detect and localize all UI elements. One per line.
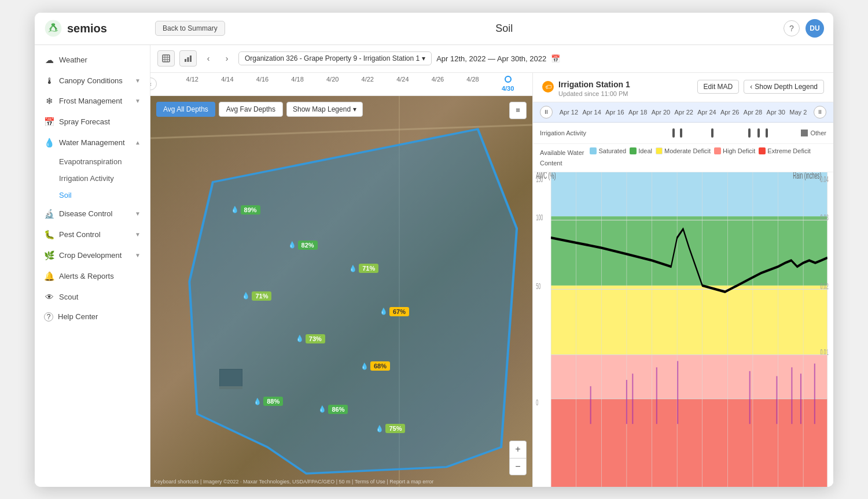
svg-text:100: 100 bbox=[536, 212, 543, 222]
timeline-circle bbox=[505, 76, 512, 83]
timeline-dates: 4/12 4/14 4/16 4/18 4/20 4/22 4/24 4/26 … bbox=[163, 76, 525, 92]
legend-dot-extreme bbox=[759, 147, 766, 154]
svg-rect-38 bbox=[590, 386, 591, 423]
avatar[interactable]: DU bbox=[806, 19, 824, 38]
topbar: semios Back to Summary Soil ? DU bbox=[35, 13, 833, 45]
irr-bar bbox=[672, 128, 675, 138]
sidebar-item-soil[interactable]: Soil bbox=[59, 187, 150, 204]
svg-text:150: 150 bbox=[536, 174, 543, 184]
chevron-left-icon: ‹ bbox=[750, 83, 752, 91]
show-map-legend-button[interactable]: Show Map Legend ▾ bbox=[286, 102, 363, 117]
svg-rect-47 bbox=[814, 363, 815, 423]
sidebar-item-label: Water Management bbox=[59, 138, 130, 147]
awc-legend-title: Available WaterContent bbox=[540, 147, 584, 168]
map-view-button[interactable] bbox=[157, 50, 175, 66]
pause-button-right[interactable]: ⏸ bbox=[814, 106, 826, 119]
svg-rect-3 bbox=[185, 59, 186, 62]
station-updated: Updated since 11:00 PM bbox=[558, 90, 630, 97]
station-info: 🏷 Irrigation Station 1 Updated since 11:… bbox=[542, 80, 630, 97]
pest-icon: 🐛 bbox=[44, 230, 54, 240]
sensor-badge-5: 💧 67% bbox=[380, 307, 409, 316]
legend-label: Moderate Deficit bbox=[664, 147, 711, 154]
sensor-value: 82% bbox=[298, 241, 318, 250]
avg-all-depths-tab[interactable]: Avg All Depths bbox=[156, 102, 215, 117]
map-panel: ‹ 4/12 4/14 4/16 4/18 4/20 4/22 4/24 4/2… bbox=[150, 73, 532, 487]
disease-icon: 🔬 bbox=[44, 209, 54, 219]
zoom-in-button[interactable]: + bbox=[509, 441, 527, 458]
drop-icon: 💧 bbox=[231, 206, 239, 213]
chart-timeline: ⏸ Apr 12 Apr 14 Apr 16 Apr 18 Apr 20 Apr… bbox=[533, 102, 833, 123]
drop-icon: 💧 bbox=[253, 398, 262, 405]
svg-rect-46 bbox=[800, 374, 801, 424]
sensor-badge-7: 💧 68% bbox=[361, 361, 390, 371]
chart-date: Apr 22 bbox=[675, 109, 693, 116]
location-text: Organization 326 - Grape Property 9 - Ir… bbox=[245, 54, 420, 62]
help-icon: ? bbox=[44, 312, 53, 321]
calendar-icon[interactable]: 📅 bbox=[551, 54, 560, 63]
map-background: 💧 89% 💧 82% 💧 71% bbox=[150, 96, 532, 487]
sidebar-item-pest[interactable]: 🐛 Pest Control ▼ bbox=[35, 224, 150, 245]
legend-label: Ideal bbox=[638, 147, 652, 154]
prev-button[interactable]: ‹ bbox=[201, 51, 215, 65]
irr-bar bbox=[748, 128, 751, 138]
timeline-strip: ‹ 4/12 4/14 4/16 4/18 4/20 4/22 4/24 4/2… bbox=[150, 73, 532, 96]
sidebar-item-spray[interactable]: 📅 Spray Forecast bbox=[35, 112, 150, 132]
chevron-down-icon: ▾ bbox=[353, 105, 356, 113]
logo: semios bbox=[44, 19, 148, 38]
sidebar-item-crop[interactable]: 🌿 Crop Development ▼ bbox=[35, 245, 150, 266]
edit-mad-button[interactable]: Edit MAD bbox=[697, 80, 740, 94]
timeline-date: 4/14 bbox=[221, 76, 233, 92]
chart-date: May 2 bbox=[789, 109, 807, 116]
show-depth-legend-button[interactable]: ‹ Show Depth Legend bbox=[744, 80, 824, 94]
sidebar-item-alerts[interactable]: 🔔 Alerts & Reports bbox=[35, 266, 150, 287]
svg-point-0 bbox=[45, 20, 62, 37]
sensor-badge-10: 💧 75% bbox=[376, 424, 405, 433]
sidebar-item-weather[interactable]: ☁ Weather bbox=[35, 50, 150, 71]
sidebar-item-canopy[interactable]: 🌡 Canopy Conditions ▼ bbox=[35, 71, 150, 91]
sensor-badge-8: 💧 88% bbox=[253, 397, 283, 406]
sidebar-item-frost[interactable]: ❄ Frost Management ▼ bbox=[35, 91, 150, 112]
sidebar-item-label: Canopy Conditions bbox=[59, 76, 130, 85]
sidebar-item-help[interactable]: ? Help Center bbox=[35, 307, 150, 327]
collapse-button[interactable]: ‹ bbox=[150, 77, 157, 90]
chart-date: Apr 20 bbox=[652, 109, 670, 116]
sidebar-item-water[interactable]: 💧 Water Management ▲ bbox=[35, 132, 150, 153]
logo-icon bbox=[44, 19, 62, 38]
legend-dot-high bbox=[714, 147, 721, 154]
help-button[interactable]: ? bbox=[784, 20, 800, 36]
map-menu-button[interactable]: ≡ bbox=[509, 102, 527, 119]
location-selector[interactable]: Organization 326 - Grape Property 9 - Ir… bbox=[238, 51, 432, 65]
zoom-out-button[interactable]: − bbox=[509, 458, 527, 475]
pause-button-left[interactable]: ⏸ bbox=[540, 106, 553, 119]
sidebar-item-evapotranspiration[interactable]: Evapotranspiration bbox=[59, 153, 150, 170]
legend-dot-moderate bbox=[656, 147, 663, 154]
chart-date: Apr 24 bbox=[697, 109, 716, 116]
chart-area: AWC (%) 150 100 50 0 Rain (inches) 0.04 … bbox=[533, 172, 833, 487]
main-layout: ☁ Weather 🌡 Canopy Conditions ▼ ❄ Frost … bbox=[35, 45, 833, 487]
back-button[interactable]: Back to Summary bbox=[155, 21, 225, 36]
sensor-value: 73% bbox=[306, 334, 325, 343]
crop-icon: 🌿 bbox=[44, 250, 54, 261]
sensor-badge-2: 💧 82% bbox=[288, 241, 318, 250]
chevron-up-icon: ▲ bbox=[135, 139, 141, 146]
sensor-value: 68% bbox=[370, 361, 390, 371]
chart-view-button[interactable] bbox=[179, 50, 197, 66]
legend-item-moderate: Moderate Deficit bbox=[656, 147, 711, 154]
next-button[interactable]: › bbox=[220, 51, 234, 65]
sidebar-item-irrigation[interactable]: Irrigation Activity bbox=[59, 170, 150, 187]
sidebar-item-scout[interactable]: 👁 Scout bbox=[35, 287, 150, 307]
sidebar-item-label: Frost Management bbox=[59, 97, 130, 105]
drop-icon: 💧 bbox=[376, 425, 384, 433]
station-header: 🏷 Irrigation Station 1 Updated since 11:… bbox=[533, 73, 833, 102]
sidebar-item-disease[interactable]: 🔬 Disease Control ▼ bbox=[35, 204, 150, 224]
timeline-date: 4/26 bbox=[432, 76, 444, 92]
map-icon bbox=[162, 54, 170, 62]
svg-rect-5 bbox=[190, 56, 192, 62]
sensor-value: 71% bbox=[359, 264, 378, 273]
chart-date: Apr 28 bbox=[744, 109, 762, 116]
other-legend: Other bbox=[801, 130, 826, 136]
sidebar-item-label: Pest Control bbox=[59, 230, 130, 239]
topbar-right: ? DU bbox=[784, 19, 824, 38]
legend-dot-saturated bbox=[590, 147, 597, 154]
avg-fav-depths-tab[interactable]: Avg Fav Depths bbox=[219, 102, 283, 117]
